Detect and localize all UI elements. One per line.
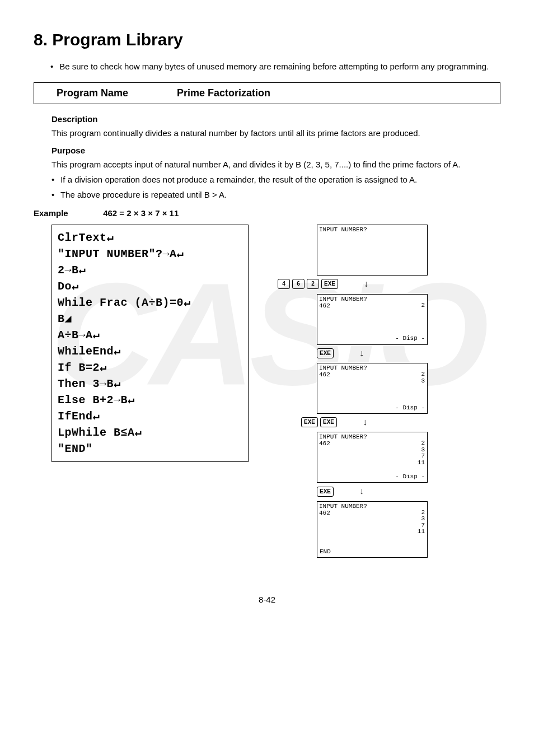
screen-line: 462 bbox=[319, 440, 425, 447]
program-name-box: Program Name Prime Factorization bbox=[34, 82, 500, 104]
program-code-box: ClrText↵ "INPUT NUMBER"?→A↵ 2→B↵ Do↵ Whi… bbox=[51, 225, 249, 462]
code-line: Else B+2→B↵ bbox=[58, 392, 242, 408]
example-equation: 462 = 2 × 3 × 7 × 11 bbox=[103, 208, 179, 218]
code-line: IfEnd↵ bbox=[58, 408, 242, 424]
key-exe: EXE bbox=[317, 487, 334, 497]
screen-line: 462 bbox=[319, 302, 425, 309]
page-number: 8-42 bbox=[34, 594, 500, 605]
description-text: This program continually divides a natur… bbox=[51, 127, 500, 139]
bullet-icon: • bbox=[50, 60, 57, 72]
code-line: B◢ bbox=[58, 311, 242, 327]
page-title: 8. Program Library bbox=[34, 28, 500, 52]
calc-screen-3: INPUT NUMBER? 462 23 - Disp - bbox=[317, 363, 428, 414]
code-line: While Frac (A÷B)=0↵ bbox=[58, 295, 242, 311]
purpose-title: Purpose bbox=[51, 144, 500, 156]
key-exe: EXE bbox=[320, 417, 337, 427]
calc-screen-5: INPUT NUMBER? 462 23 711 END bbox=[317, 501, 428, 558]
code-line: WhileEnd↵ bbox=[58, 343, 242, 360]
disp-indicator: - Disp - bbox=[395, 404, 425, 411]
calc-screen-2: INPUT NUMBER? 462 2 - Disp - bbox=[317, 294, 428, 345]
key-exe: EXE bbox=[321, 279, 338, 289]
screen-end: END bbox=[320, 548, 331, 555]
screen-line: 462 bbox=[319, 510, 425, 516]
code-line: If B=2↵ bbox=[58, 360, 242, 376]
screen-line: 462 bbox=[319, 371, 425, 378]
down-arrow-icon: ↓ bbox=[363, 416, 367, 428]
bullet-icon: • bbox=[51, 174, 58, 185]
screen-line: INPUT NUMBER? bbox=[319, 365, 425, 371]
screen-line: INPUT NUMBER? bbox=[319, 433, 425, 440]
key-exe: EXE bbox=[301, 417, 318, 427]
key-2: 2 bbox=[307, 279, 319, 289]
purpose-bullet-1: If a division operation does not produce… bbox=[60, 175, 417, 184]
intro-paragraph: • Be sure to check how many bytes of unu… bbox=[50, 60, 500, 72]
disp-indicator: - Disp - bbox=[395, 473, 425, 480]
key-6: 6 bbox=[292, 279, 305, 289]
code-line: Then 3→B↵ bbox=[58, 376, 242, 392]
screen-result: 23 711 bbox=[418, 440, 425, 466]
code-line: LpWhile B≤A↵ bbox=[58, 424, 242, 441]
down-arrow-icon: ↓ bbox=[364, 278, 368, 290]
screen-result: 23 711 bbox=[418, 510, 425, 535]
program-name-label: Program Name bbox=[57, 86, 174, 100]
intro-text: Be sure to check how many bytes of unuse… bbox=[59, 62, 489, 71]
purpose-text: This program accepts input of natural nu… bbox=[51, 158, 500, 170]
disp-indicator: - Disp - bbox=[395, 335, 425, 342]
key-exe: EXE bbox=[317, 348, 334, 358]
screen-result: 23 bbox=[421, 371, 425, 384]
screen-line: INPUT NUMBER? bbox=[319, 503, 425, 510]
calc-screen-1: INPUT NUMBER? bbox=[317, 225, 428, 276]
down-arrow-icon: ↓ bbox=[359, 347, 364, 360]
purpose-bullet-2: The above procedure is repeated until B … bbox=[60, 190, 227, 199]
example-label: Example bbox=[34, 207, 101, 219]
program-name-value: Prime Factorization bbox=[177, 87, 270, 99]
key-4: 4 bbox=[278, 279, 290, 289]
code-line: "END" bbox=[58, 441, 242, 457]
code-line: A÷B→A↵ bbox=[58, 327, 242, 343]
description-title: Description bbox=[51, 113, 500, 125]
bullet-icon: • bbox=[51, 189, 58, 200]
calc-screen-4: INPUT NUMBER? 462 23 711 - Disp - bbox=[317, 432, 428, 483]
down-arrow-icon: ↓ bbox=[359, 485, 364, 497]
screen-line: INPUT NUMBER? bbox=[319, 296, 425, 302]
code-line: ClrText↵ bbox=[58, 230, 242, 246]
code-line: Do↵ bbox=[58, 278, 242, 295]
screen-line: INPUT NUMBER? bbox=[319, 226, 425, 233]
code-line: "INPUT NUMBER"?→A↵ bbox=[58, 246, 242, 262]
screen-result: 2 bbox=[421, 302, 425, 309]
code-line: 2→B↵ bbox=[58, 262, 242, 278]
